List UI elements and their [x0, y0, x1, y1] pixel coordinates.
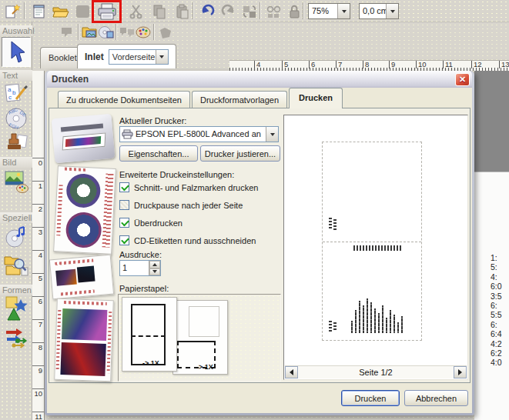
toolbar-separator [260, 2, 261, 19]
cancel-button-label: Abbrechen [416, 394, 457, 403]
palette-icon[interactable] [135, 24, 152, 41]
tab-inlet-label: Inlet [85, 52, 104, 62]
copies-spinner[interactable]: 1 [119, 260, 161, 276]
checkbox-round-cd-labels[interactable] [119, 235, 129, 245]
ruler-number: 4 [32, 250, 44, 259]
shapes-tool[interactable] [2, 294, 31, 323]
print-dialog: Drucken ✕ Zu druckende Dokumentseiten Dr… [45, 71, 474, 415]
ruler-number: 7 [336, 61, 342, 68]
side-select[interactable]: Vorderseite [109, 49, 169, 65]
dialog-titlebar[interactable]: Drucken ✕ [47, 71, 472, 88]
circle-text-icon: ABCDEFGH [5, 107, 28, 130]
chevron-down-button[interactable] [386, 4, 398, 18]
checkbox-cut-marks[interactable] [119, 182, 129, 192]
tab-document-pages[interactable]: Zu druckende Dokumentseiten [58, 91, 190, 108]
checkbox-row: Überdrucken [119, 217, 183, 228]
offset-select[interactable]: 0,0 cm [359, 3, 399, 19]
crop-shape-icon[interactable] [157, 24, 174, 41]
insert-cd-image-icon[interactable] [98, 24, 115, 41]
zoom-select[interactable]: 75% [308, 3, 350, 19]
print-button[interactable]: Drucken [341, 390, 400, 406]
toolbar-separator [116, 24, 117, 40]
lock-icon[interactable] [284, 2, 304, 20]
dialog-title: Drucken [52, 74, 89, 85]
circular-text-tool[interactable]: ABCDEFGH [2, 106, 31, 131]
tool-sidebar: Auswahl Text abc ABCDEFGH Bild Speziell … [0, 22, 32, 420]
properties-button[interactable]: Eigenschaften... [119, 145, 198, 162]
browse-tool[interactable] [2, 253, 31, 278]
printer-select[interactable]: EPSON EPL-5800L Advanced an [119, 126, 279, 142]
toolbar-separator [153, 24, 155, 40]
copy-icon[interactable] [149, 2, 169, 20]
select-tool[interactable] [2, 37, 31, 67]
side-select-dropdown[interactable] [156, 50, 168, 64]
zoom-dropdown-button[interactable] [337, 4, 350, 18]
cut-icon[interactable] [126, 2, 146, 20]
svg-text:b: b [12, 89, 16, 96]
insert-image-folder-icon[interactable] [81, 24, 98, 41]
close-icon[interactable]: ✕ [455, 73, 470, 86]
inlay-sheet-photo [49, 255, 114, 300]
checkbox-row: CD-Etiketten rund ausschneiden [119, 235, 256, 246]
dialog-body: Zu druckende Dokumentseiten Druckformatv… [47, 88, 472, 413]
ruler-number: 8 [32, 342, 44, 352]
chevron-down-icon [342, 10, 347, 13]
new-document-icon[interactable] [29, 2, 49, 20]
toolbar-separator [78, 24, 79, 40]
next-page-button[interactable] [454, 366, 467, 378]
image-tool[interactable] [2, 167, 31, 196]
preview-text-smudge [329, 321, 332, 332]
open-folder-icon[interactable] [51, 2, 71, 20]
svg-text:a: a [8, 86, 12, 93]
preview-text-smudge [353, 245, 403, 251]
tab-inlet[interactable]: Inlet Vorderseite [77, 44, 176, 68]
stamp-tool[interactable] [2, 131, 31, 155]
chevron-down-icon [152, 270, 157, 273]
tab-print-formats[interactable]: Druckformatvorlagen [192, 91, 287, 108]
print-button-label: Drucken [355, 394, 387, 403]
swap-objects-icon[interactable] [239, 2, 260, 20]
undo-icon[interactable] [197, 2, 217, 20]
ruler-number: 11 [32, 412, 44, 420]
folder-search-icon [4, 255, 28, 278]
text-frames-icon[interactable] [119, 24, 136, 41]
cancel-button[interactable]: Abbrechen [404, 390, 468, 406]
view-options-icon[interactable] [264, 2, 284, 20]
preview-pager: Seite 1/2 [285, 365, 467, 378]
ruler-number: 10 [416, 61, 427, 68]
printer-select-dropdown[interactable] [266, 127, 278, 142]
printer-select-value: EPSON EPL-5800L Advanced an [133, 127, 266, 142]
checkbox-label: CD-Etiketten rund ausschneiden [134, 236, 256, 245]
ruler-number: 5 [32, 273, 44, 282]
sheet-count-label: -> 1X [196, 363, 213, 371]
tab-print[interactable]: Drucken [289, 88, 343, 108]
spinner-up-button[interactable] [149, 261, 160, 268]
music-tool[interactable] [2, 223, 31, 249]
spinner-down-button[interactable] [149, 268, 160, 276]
tab-booklet-label: Booklet [49, 53, 77, 62]
canvas-background [474, 71, 509, 172]
paste-icon[interactable] [172, 2, 193, 20]
vertical-ruler: 0 1 2 3 4 5 6 7 8 9 10 11 [32, 71, 45, 420]
track-times-list: 1:5: 4:6:0 3:56: 5:56: 6:44:2 6:24:0 [491, 253, 509, 368]
copies-value: 1 [120, 261, 149, 275]
print-icon-highlight [92, 0, 122, 23]
checkbox-overprint[interactable] [119, 218, 129, 228]
redo-icon[interactable] [219, 2, 239, 20]
booklet-sheet-photo [54, 298, 114, 382]
arrows-tool[interactable] [2, 325, 31, 350]
save-icon[interactable] [72, 2, 92, 20]
previous-page-button[interactable] [285, 366, 298, 378]
text-tool[interactable]: abc [2, 81, 31, 105]
print-icon[interactable] [97, 3, 117, 20]
tab-label: Druckformatvorlagen [200, 95, 279, 105]
sidebar-label-auswahl: Auswahl [0, 25, 32, 36]
music-cd-icon [5, 225, 28, 248]
select-frame-icon[interactable] [59, 24, 76, 41]
checkbox-print-pause[interactable] [119, 200, 129, 210]
adjust-printer-button[interactable]: Drucker justieren... [200, 145, 280, 162]
paper-stack-area: -> 1X -> 1X [118, 294, 281, 382]
page-indicator: Seite 1/2 [298, 366, 454, 378]
new-wizard-icon[interactable] [3, 2, 23, 20]
preview-tracklist-smudge [351, 296, 405, 333]
